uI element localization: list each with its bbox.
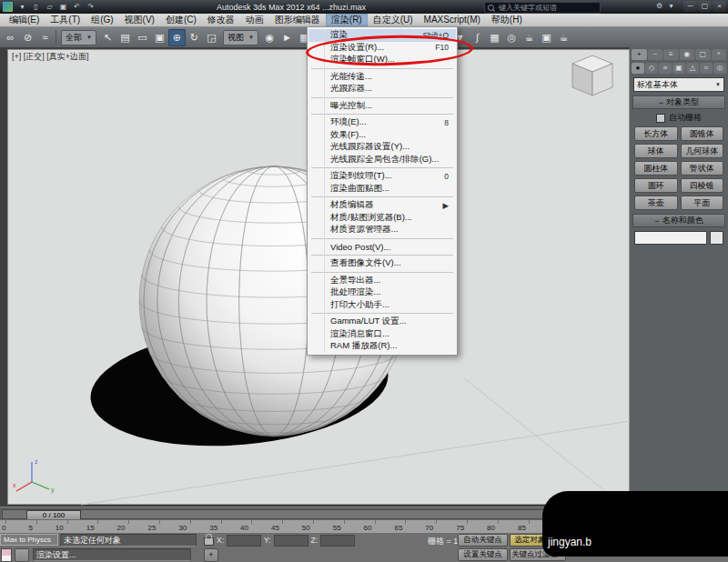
object-name-input[interactable]: [634, 231, 707, 245]
y-coordinate-field[interactable]: [274, 535, 308, 547]
new-scene-icon[interactable]: ▯: [30, 2, 42, 13]
absolute-offset-toggle-icon[interactable]: +: [204, 548, 218, 562]
menu-bar-item[interactable]: 创建(C): [160, 14, 202, 26]
render-menu-item[interactable]: 材质资源管理器...: [308, 224, 456, 236]
close-button[interactable]: ×: [713, 1, 726, 12]
render-menu-item[interactable]: 批处理渲染...: [308, 286, 456, 299]
search-input[interactable]: [497, 3, 592, 13]
minimize-button[interactable]: ─: [683, 1, 697, 12]
select-and-move-icon[interactable]: ⊕: [168, 29, 186, 46]
schematic-view-icon[interactable]: ▦: [486, 29, 503, 46]
create-tab-icon[interactable]: +: [632, 49, 647, 60]
app-logo-icon[interactable]: [3, 2, 13, 12]
menu-bar-item[interactable]: 修改器: [202, 14, 240, 26]
object-type-button[interactable]: 长方体: [634, 126, 678, 141]
isolate-selection-icon[interactable]: [15, 548, 29, 562]
selection-filter-dropdown[interactable]: 全部▼: [61, 30, 96, 45]
render-menu-item[interactable]: 查看图像文件(V)...: [308, 257, 456, 270]
open-file-icon[interactable]: ▱: [44, 2, 56, 13]
search-box[interactable]: [484, 2, 601, 14]
view-cube[interactable]: [565, 52, 620, 99]
select-and-rotate-icon[interactable]: ↻: [186, 29, 203, 46]
object-type-button[interactable]: 管状体: [681, 161, 724, 176]
render-menu-item[interactable]: 效果(F)...: [308, 129, 456, 142]
select-and-link-icon[interactable]: ∞: [2, 29, 19, 46]
menu-bar-item[interactable]: 组(G): [86, 14, 118, 26]
maximize-button[interactable]: ▢: [698, 1, 712, 12]
lock-selection-icon[interactable]: [204, 537, 214, 546]
save-file-icon[interactable]: ▣: [57, 2, 69, 13]
select-object-icon[interactable]: ↖: [99, 29, 116, 46]
time-slider-track[interactable]: 0 / 100: [2, 509, 628, 519]
render-menu-item[interactable]: 光能传递...: [308, 71, 456, 84]
render-menu-item[interactable]: 渲染曲面贴图...: [308, 183, 456, 196]
select-and-manipulate-icon[interactable]: ►: [278, 29, 296, 46]
menu-bar-item[interactable]: 渲染(R): [326, 14, 368, 26]
cameras-icon[interactable]: ▣: [672, 63, 685, 74]
systems-icon[interactable]: ◎: [713, 63, 726, 74]
object-type-button[interactable]: 几何球体: [681, 144, 724, 158]
object-type-button[interactable]: 圆锥体: [681, 126, 724, 141]
render-menu-item[interactable]: 光线跟踪全局包含/排除(G)...: [308, 154, 456, 166]
communication-center-icon[interactable]: ⚙: [653, 1, 665, 12]
menu-bar-item[interactable]: MAXScript(M): [419, 14, 486, 26]
x-coordinate-field[interactable]: [227, 535, 261, 547]
render-menu-item[interactable]: 光跟踪器...: [308, 83, 456, 95]
select-and-scale-icon[interactable]: ◲: [203, 29, 220, 46]
render-menu-item[interactable]: Gamma/LUT 设置...: [308, 316, 456, 328]
object-color-swatch[interactable]: [710, 231, 723, 245]
render-menu-item[interactable]: 曝光控制...: [308, 100, 456, 113]
auto-key-button[interactable]: 自动关键点: [458, 534, 508, 547]
reference-coordinate-dropdown[interactable]: 视图▼: [223, 30, 258, 45]
geometry-icon[interactable]: ●: [632, 63, 644, 74]
object-type-button[interactable]: 平面: [681, 196, 724, 210]
render-menu-item[interactable]: Video Post(V)...: [308, 241, 456, 254]
maxscript-mini-listener[interactable]: [1, 548, 12, 562]
lights-icon[interactable]: ¤: [659, 63, 672, 74]
render-menu-item[interactable]: 全景导出器...: [308, 275, 456, 287]
menu-bar-item[interactable]: 自定义(U): [368, 14, 419, 26]
help-dropdown-icon[interactable]: ▾: [665, 1, 677, 12]
menu-bar-item[interactable]: 动画: [240, 14, 269, 26]
undo-icon[interactable]: ↶: [71, 2, 83, 13]
app-menu-icon[interactable]: ▾: [16, 2, 28, 13]
object-type-button[interactable]: 圆柱体: [634, 161, 678, 176]
render-menu-item[interactable]: 材质编辑器 ▶: [308, 199, 456, 212]
render-menu-item[interactable]: 渲染消息窗口...: [308, 328, 456, 341]
menu-bar-item[interactable]: 工具(T): [45, 14, 86, 26]
curve-editor-icon[interactable]: ∫: [469, 29, 486, 46]
render-menu-item[interactable]: 环境(E)... 8: [308, 116, 456, 129]
shapes-icon[interactable]: ◇: [645, 63, 658, 74]
category-dropdown[interactable]: 标准基本体 ▼: [633, 77, 724, 92]
window-crossing-icon[interactable]: ▣: [151, 29, 168, 46]
modify-tab-icon[interactable]: ~: [648, 49, 663, 60]
object-type-button[interactable]: 球体: [634, 144, 678, 158]
object-type-button[interactable]: 圆环: [634, 178, 678, 193]
hierarchy-tab-icon[interactable]: ≡: [663, 49, 679, 60]
set-key-button[interactable]: 设置关键点: [458, 548, 508, 561]
select-by-name-icon[interactable]: ▤: [116, 29, 134, 46]
viewport-label[interactable]: [+] [正交] [真实+边面]: [12, 51, 89, 63]
render-menu-item[interactable]: 打印大小助手...: [308, 299, 456, 312]
object-type-button[interactable]: 四棱锥: [681, 178, 724, 193]
bind-to-space-warp-icon[interactable]: ≈: [36, 29, 54, 46]
unlink-selection-icon[interactable]: ⊘: [19, 29, 36, 46]
menu-bar-item[interactable]: 图形编辑器: [269, 14, 326, 26]
menu-bar-item[interactable]: 帮助(H): [486, 14, 528, 26]
selection-region-icon[interactable]: ▭: [134, 29, 151, 46]
helpers-icon[interactable]: △: [686, 63, 699, 74]
render-menu-item[interactable]: 光线跟踪器设置(Y)...: [308, 141, 456, 154]
object-type-button[interactable]: 茶壶: [634, 196, 678, 210]
redo-icon[interactable]: ↷: [85, 2, 96, 13]
max-to-physics-mini-window[interactable]: Max to Physcs: [0, 534, 58, 546]
render-setup-icon[interactable]: ☕: [521, 29, 538, 46]
render-menu-item[interactable]: 渲染到纹理(T)... 0: [308, 170, 456, 183]
menu-bar-item[interactable]: 视图(V): [119, 14, 160, 26]
name-color-rollout-header[interactable]: − 名称和颜色: [632, 214, 725, 227]
menu-bar-item[interactable]: 编辑(E): [4, 14, 45, 26]
z-coordinate-field[interactable]: [320, 535, 355, 547]
display-tab-icon[interactable]: ▢: [695, 49, 711, 60]
utilities-tab-icon[interactable]: *: [712, 49, 727, 60]
render-menu-item[interactable]: RAM 播放器(R)...: [308, 340, 456, 353]
rendered-frame-window-icon[interactable]: ▣: [538, 29, 555, 46]
